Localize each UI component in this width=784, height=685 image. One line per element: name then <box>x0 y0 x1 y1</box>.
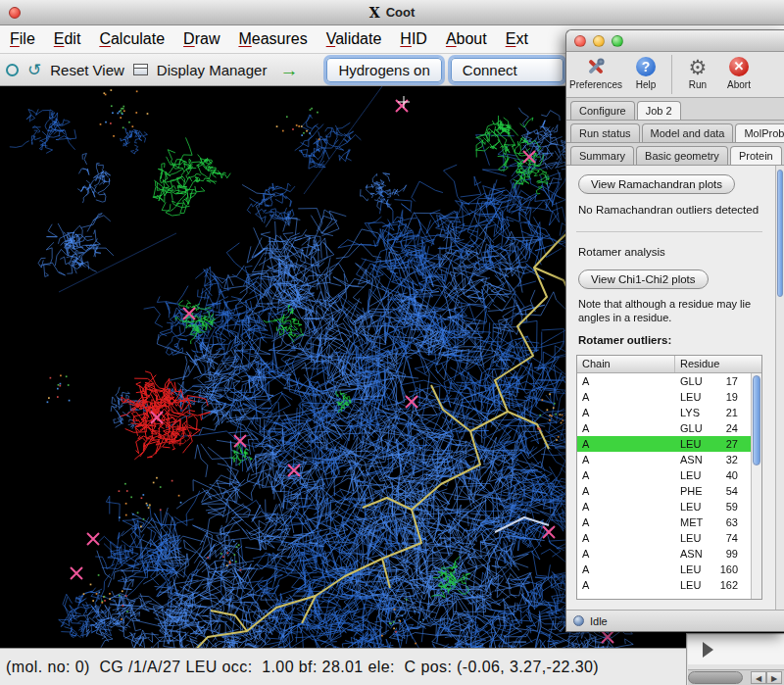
molprobity-dialog: Preferences ? Help ⚙ Run ✕ Abort Configu… <box>565 29 784 632</box>
tab[interactable]: Configure <box>570 101 635 120</box>
table-row[interactable]: A LEU 40 <box>577 467 761 483</box>
window-title: X Coot <box>369 5 415 21</box>
view-chi-plots-button[interactable]: View Chi1-Chi2 plots <box>578 269 709 289</box>
ramachandran-message: No Ramachandran outliers detected <box>578 204 762 216</box>
horizontal-scrollbar[interactable]: ◀ ▶ <box>688 669 784 685</box>
rotamer-note-line1: Note that although a residue may lie <box>578 297 762 311</box>
table-row[interactable]: A MET 63 <box>577 514 761 530</box>
table-header: Chain Residue <box>577 356 761 373</box>
tab[interactable]: MolProbity <box>735 123 784 142</box>
table-row[interactable]: A LEU 74 <box>577 530 761 546</box>
table-row[interactable]: A GLU 24 <box>577 420 761 436</box>
tab-row-jobs: ConfigureJob 2 <box>566 98 784 121</box>
content-scrollbar-thumb[interactable] <box>777 170 783 297</box>
menu-item[interactable]: Edit <box>54 30 81 48</box>
abort-button[interactable]: ✕ Abort <box>722 55 756 90</box>
preferences-button[interactable]: Preferences <box>570 55 621 90</box>
rotamer-note-line2: angles in a residue. <box>578 311 762 324</box>
tab[interactable]: Protein <box>730 146 782 165</box>
hydrogens-toggle-button[interactable]: Hydrogens on <box>326 58 441 82</box>
close-button[interactable] <box>9 7 21 19</box>
menu-item[interactable]: Draw <box>183 30 220 48</box>
table-row[interactable]: A LEU 59 <box>577 499 761 514</box>
dialog-toolbar: Preferences ? Help ⚙ Run ✕ Abort <box>566 52 784 98</box>
menu-item[interactable]: Validate <box>326 30 382 48</box>
help-button[interactable]: ? Help <box>629 55 662 90</box>
run-button[interactable]: ⚙ Run <box>681 55 714 90</box>
table-row[interactable]: A ASN 32 <box>577 452 761 467</box>
table-body: A GLU 17 A LEU 19 A LYS <box>577 373 761 593</box>
abort-icon: ✕ <box>729 57 749 76</box>
scroll-right-icon[interactable]: ▶ <box>766 671 782 684</box>
tab[interactable]: Basic geometry <box>636 146 728 165</box>
menu-item[interactable]: HID <box>400 30 427 48</box>
expander-triangle-icon[interactable] <box>703 642 713 658</box>
menu-item[interactable]: About <box>446 30 487 48</box>
column-header-residue[interactable]: Residue <box>675 356 761 372</box>
dialog-status-bar: Idle <box>566 610 784 631</box>
table-row[interactable]: A GLU 17 <box>577 373 761 389</box>
scrollbar-thumb[interactable] <box>688 671 743 684</box>
main-status-bar: (mol. no: 0) CG /1/A/27 LEU occ: 1.00 bf… <box>0 648 784 685</box>
dialog-status-text: Idle <box>590 615 608 627</box>
scroll-left-icon[interactable]: ◀ <box>751 671 766 684</box>
connect-button[interactable]: Connect <box>451 58 564 82</box>
dialog-title-bar[interactable] <box>566 30 784 52</box>
menu-item[interactable]: File <box>10 30 35 48</box>
status-sphere-icon <box>573 615 584 626</box>
protein-tab-content: View Ramachandran plots No Ramachandran … <box>566 166 784 610</box>
table-scrollbar[interactable] <box>751 373 761 599</box>
table-row[interactable]: A LYS 21 <box>577 405 761 420</box>
tab[interactable]: Model and data <box>642 123 734 142</box>
view-ramachandran-plots-button[interactable]: View Ramachandran plots <box>578 174 735 194</box>
display-manager-button[interactable]: Display Manager <box>157 62 268 78</box>
zoom-icon[interactable] <box>612 35 623 47</box>
console-corner-panel: ◀ ▶ <box>686 633 784 685</box>
reset-view-button[interactable]: Reset View <box>50 62 124 78</box>
rotamer-analysis-label: Rotamer analysis <box>578 246 762 258</box>
close-icon[interactable] <box>574 35 586 47</box>
minimize-icon[interactable] <box>593 35 605 47</box>
gear-icon: ⚙ <box>689 57 708 77</box>
display-manager-icon[interactable] <box>133 64 148 75</box>
table-row[interactable]: A LEU 162 <box>577 577 761 593</box>
tab[interactable]: Run status <box>570 123 640 142</box>
menu-item[interactable]: Calculate <box>99 30 165 48</box>
tab-row-sections: Run statusModel and dataMolProbity <box>566 121 784 143</box>
tab[interactable]: Summary <box>570 146 634 165</box>
menu-item[interactable]: Measures <box>238 30 307 48</box>
title-bar[interactable]: X Coot <box>0 0 784 25</box>
preferences-icon <box>584 55 608 78</box>
atom-status-text: (mol. no: 0) CG /1/A/27 LEU occ: 1.00 bf… <box>6 659 599 676</box>
table-row[interactable]: A LEU 19 <box>577 389 761 405</box>
screen: X Coot File Edit Calculate Draw Measures… <box>0 0 784 685</box>
rotate-view-icon[interactable] <box>6 64 19 76</box>
help-icon: ? <box>636 57 656 76</box>
rotamer-outliers-table: Chain Residue A GLU 17 A LEU <box>576 355 762 600</box>
table-scrollbar-thumb[interactable] <box>753 375 760 465</box>
separator <box>576 231 762 232</box>
content-scrollbar[interactable] <box>775 166 784 610</box>
table-row[interactable]: A PHE 54 <box>577 483 761 499</box>
table-row[interactable]: A LEU 160 <box>577 562 761 577</box>
tab-row-categories: SummaryBasic geometryProteinC <box>566 143 784 166</box>
reset-view-icon[interactable]: ↺ <box>27 62 41 78</box>
menu-item[interactable]: Ext <box>506 30 528 48</box>
rotamer-outliers-label: Rotamer outliers: <box>578 334 762 346</box>
table-row[interactable]: A LEU 27 <box>577 436 761 452</box>
x11-icon: X <box>369 5 380 21</box>
table-row[interactable]: A ASN 99 <box>577 546 761 562</box>
forward-arrow-icon[interactable]: → <box>279 61 298 79</box>
tab[interactable]: Job 2 <box>637 101 681 120</box>
toolbar-separator <box>671 55 672 94</box>
column-header-chain[interactable]: Chain <box>577 356 675 372</box>
